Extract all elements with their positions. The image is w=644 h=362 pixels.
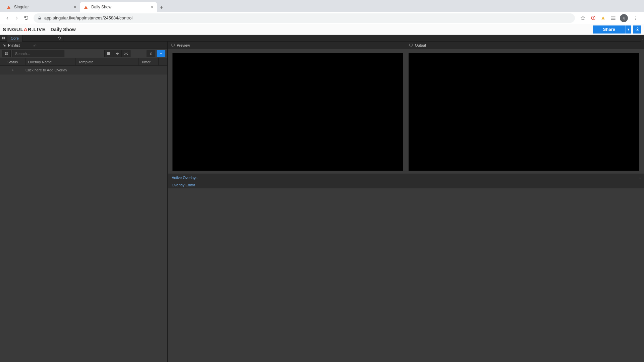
- preview-header: Preview: [168, 42, 406, 49]
- play-next-button[interactable]: [113, 50, 122, 57]
- svg-rect-14: [5, 54, 6, 55]
- svg-rect-18: [172, 46, 173, 47]
- address-bar[interactable]: app.singular.live/appinstances/245884/co…: [34, 13, 575, 23]
- app-header: SINGULAR.LIVE Daily Show Share ▼: [0, 24, 644, 35]
- svg-rect-9: [4, 38, 5, 39]
- browser-tab-singular[interactable]: Singular ×: [3, 2, 80, 12]
- output-section: Output: [406, 42, 644, 49]
- settings-button[interactable]: [633, 25, 641, 34]
- delete-button[interactable]: [147, 50, 155, 57]
- search-input[interactable]: [12, 50, 64, 57]
- panel-handle[interactable]: ⋮: [641, 35, 644, 42]
- svg-point-10: [4, 45, 5, 46]
- col-overlay-name[interactable]: Overlay Name: [25, 58, 76, 65]
- core-toolbar: Core ⋮: [0, 35, 644, 42]
- link-button[interactable]: [122, 50, 130, 57]
- playlist-toolbar: [0, 49, 167, 58]
- user-avatar[interactable]: K: [620, 14, 628, 22]
- playlist-table-header: Status Overlay Name Template Timer ...: [0, 58, 167, 66]
- right-panel: Preview Output Active Overlays: [168, 42, 644, 362]
- browser-menu-button[interactable]: ⋮: [631, 14, 639, 22]
- playlist-title: Playlist: [8, 43, 20, 47]
- app-body: Core ⋮ Playlist: [0, 35, 644, 362]
- browser-tab-daily-show[interactable]: Daily Show ×: [80, 2, 157, 12]
- core-label: Core: [11, 36, 19, 40]
- share-button[interactable]: Share: [593, 25, 625, 34]
- singular-logo: SINGULAR.LIVE: [3, 26, 46, 32]
- layers-icon[interactable]: [0, 35, 7, 42]
- active-overlays-label: Active Overlays: [172, 176, 197, 180]
- overlay-editor-area: [168, 188, 644, 362]
- forward-button[interactable]: [12, 13, 21, 23]
- refresh-icon[interactable]: [56, 35, 63, 42]
- lock-icon: [38, 16, 42, 20]
- singular-favicon: [83, 4, 89, 10]
- add-overlay-row[interactable]: + Click here to Add Overlay: [0, 66, 167, 74]
- star-icon[interactable]: [580, 15, 586, 21]
- tab-title: Daily Show: [91, 5, 151, 9]
- playlist-settings-icon[interactable]: [33, 44, 37, 47]
- add-overlay-button[interactable]: [157, 50, 165, 57]
- svg-rect-5: [611, 19, 615, 20]
- plus-icon: +: [0, 68, 25, 72]
- new-tab-button[interactable]: +: [157, 3, 166, 12]
- col-timer[interactable]: Timer: [139, 58, 159, 65]
- grid-view-button[interactable]: [2, 50, 11, 57]
- output-viewport[interactable]: [409, 53, 639, 171]
- output-header: Output: [406, 42, 644, 49]
- share-dropdown-button[interactable]: ▼: [625, 25, 631, 34]
- add-overlay-label: Click here to Add Overlay: [25, 68, 67, 72]
- output-label: Output: [415, 43, 426, 47]
- extension-icon[interactable]: [600, 15, 606, 21]
- monitor-icon: [171, 44, 175, 47]
- svg-point-2: [592, 17, 594, 19]
- svg-rect-16: [107, 52, 110, 55]
- core-tab[interactable]: Core: [7, 35, 22, 42]
- preview-viewport[interactable]: [172, 53, 403, 171]
- back-button[interactable]: [3, 13, 12, 23]
- col-more[interactable]: ...: [159, 58, 167, 65]
- preview-viewports: [168, 49, 644, 174]
- svg-rect-7: [2, 37, 3, 39]
- singular-favicon: [6, 4, 11, 10]
- reload-button[interactable]: [21, 13, 31, 23]
- close-icon[interactable]: ×: [151, 4, 154, 10]
- tab-title: Singular: [14, 5, 74, 9]
- active-overlays-bar[interactable]: Active Overlays ⌄: [168, 174, 644, 181]
- svg-rect-15: [6, 54, 7, 55]
- svg-point-6: [637, 29, 638, 30]
- svg-rect-12: [5, 52, 6, 53]
- browser-tab-strip: Singular × Daily Show × +: [0, 0, 644, 12]
- main-area: Playlist: [0, 42, 644, 362]
- chevron-down-icon: ⌄: [639, 176, 641, 179]
- svg-point-11: [35, 45, 36, 46]
- svg-rect-4: [611, 18, 615, 18]
- gear-icon[interactable]: [3, 44, 6, 47]
- svg-rect-0: [39, 18, 41, 19]
- close-icon[interactable]: ×: [74, 4, 76, 10]
- url-text: app.singular.live/appinstances/245884/co…: [44, 15, 132, 20]
- playlist-body: [0, 74, 167, 362]
- svg-rect-13: [6, 52, 7, 53]
- svg-rect-8: [4, 37, 5, 38]
- extension-icon[interactable]: [590, 15, 596, 21]
- extension-area: K ⋮: [578, 14, 641, 22]
- svg-rect-20: [411, 46, 412, 47]
- browser-toolbar: app.singular.live/appinstances/245884/co…: [0, 12, 644, 24]
- preview-section: Preview: [168, 42, 406, 49]
- overlay-editor-bar[interactable]: Overlay Editor: [168, 181, 644, 188]
- monitor-icon: [409, 44, 413, 47]
- overlay-editor-label: Overlay Editor: [172, 183, 195, 187]
- col-status[interactable]: Status: [0, 58, 25, 65]
- preview-label: Preview: [177, 43, 190, 47]
- stop-button[interactable]: [104, 50, 113, 57]
- svg-rect-19: [410, 44, 413, 46]
- extension-icon[interactable]: [610, 15, 616, 21]
- playlist-header: Playlist: [0, 42, 167, 49]
- col-template[interactable]: Template: [76, 58, 139, 65]
- app-title: Daily Show: [51, 27, 76, 32]
- svg-rect-17: [171, 44, 174, 46]
- playlist-panel: Playlist: [0, 42, 168, 362]
- svg-rect-3: [611, 16, 615, 17]
